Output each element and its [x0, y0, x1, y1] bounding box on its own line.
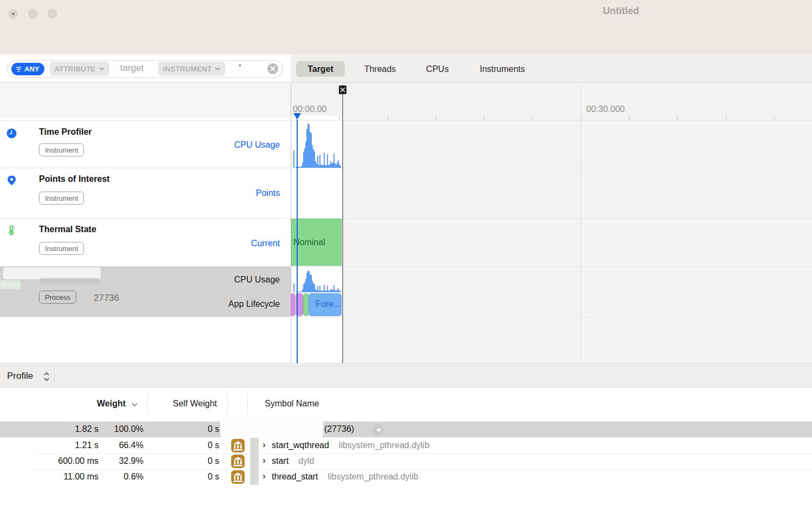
ruler-label-30s: 00:30.000 [586, 104, 625, 114]
process-cpu-usage-chart[interactable] [291, 270, 342, 292]
disclosure-chevron-icon[interactable]: › [263, 471, 266, 482]
library-icon [231, 470, 245, 484]
clear-filter-icon[interactable] [267, 63, 278, 74]
self-weight-value: 0 s [208, 424, 219, 434]
track-title: Points of Interest [39, 174, 110, 184]
self-weight-value: 0 s [208, 441, 219, 450]
column-divider[interactable] [147, 392, 148, 415]
weight-percent: 32.9% [119, 456, 143, 466]
lifecycle-segment-label: Fore... [316, 299, 340, 309]
ruler-tick [677, 116, 678, 120]
filter-instrument-label: INSTRUMENT [163, 65, 212, 73]
tab-target[interactable]: Target [296, 61, 345, 77]
column-divider[interactable] [227, 392, 228, 415]
timeline-pane: 00:00.00 00:30.000 Time Profiler Instrum… [0, 83, 812, 364]
ruler-tick [339, 116, 339, 120]
window-title: Untitled [486, 5, 756, 17]
filter-any-label: ANY [24, 65, 39, 73]
thermal-state-nominal-block[interactable]: Nominal [291, 219, 342, 266]
thermometer-icon [6, 225, 17, 235]
track-filter-field[interactable] [7, 60, 283, 78]
filter-target-value[interactable]: target [120, 63, 143, 74]
library-icon [231, 439, 245, 452]
track-stat-label[interactable]: App Lifecycle [0, 299, 280, 309]
filter-instrument-token[interactable]: INSTRUMENT [158, 62, 225, 76]
track-points-of-interest[interactable]: Points of Interest Instrument Points [0, 168, 291, 218]
disclosure-chevron-icon[interactable]: › [263, 455, 266, 466]
zoom-button[interactable] [48, 9, 57, 18]
track-stat-label[interactable]: CPU Usage [0, 140, 280, 150]
column-header-self-weight[interactable]: Self Weight [158, 399, 232, 409]
instruments-window: Untitled iPhone-opay (15.2.1) › Run 1 of… [0, 0, 812, 532]
title-bar: Untitled [0, 0, 812, 26]
tab-instruments[interactable]: Instruments [467, 61, 538, 77]
gridline-30s [581, 86, 581, 363]
toolbar: iPhone-opay (15.2.1) › Run 1 of 1 | 00:0… [0, 26, 812, 54]
filter-wildcard: * [238, 63, 241, 73]
column-header-weight[interactable]: Weight [0, 399, 126, 409]
ruler-tick [388, 116, 388, 120]
library-name: dyld [298, 456, 314, 465]
updown-chevron-icon[interactable] [43, 371, 50, 382]
chart-bar [340, 291, 341, 292]
filter-attribute-label: ATTRIBUTE [55, 65, 96, 73]
call-tree-header: Weight Self Weight Symbol Name [0, 387, 812, 420]
pane-selector[interactable]: Profile [7, 371, 33, 382]
weight-value: 600.00 ms [58, 456, 99, 466]
library-icon [231, 455, 245, 468]
weight-value: 1.21 s [75, 441, 99, 450]
track-stat-label[interactable]: CPU Usage [0, 275, 280, 285]
pin-icon [6, 175, 17, 186]
track-process-selected[interactable]: Process 27736 CPU Usage App Lifecycle [0, 266, 291, 317]
lifecycle-segment[interactable]: Fore... [309, 293, 342, 316]
lifecycle-segment[interactable] [291, 293, 295, 316]
filter-attribute-token[interactable]: ATTRIBUTE [50, 62, 109, 76]
symbol-name: startdyld [272, 456, 314, 466]
tab-threads[interactable]: Threads [352, 61, 408, 77]
indent-guide [250, 469, 259, 485]
ruler-tick [581, 116, 581, 120]
ruler-background [0, 83, 291, 118]
ruler-tick [532, 116, 533, 120]
track-time-profiler[interactable]: Time Profiler Instrument CPU Usage [0, 121, 291, 168]
weight-value: 1.82 s [75, 424, 99, 434]
weight-percent: 66.4% [119, 441, 143, 450]
weight-value: 11.00 ms [63, 472, 99, 482]
tab-cpus[interactable]: CPUs [417, 61, 458, 77]
weight-percent: 100.0% [114, 424, 143, 434]
cpu-usage-chart[interactable] [291, 123, 342, 168]
symbol-name: (27736) [324, 424, 354, 434]
close-button[interactable] [9, 9, 18, 18]
self-weight-value: 0 s [208, 456, 219, 466]
inspection-head-marker[interactable] [293, 113, 301, 120]
table-row[interactable]: 1.21 s 66.4% 0 s › start_wqthreadlibsyst… [0, 438, 812, 454]
track-thermal-state[interactable]: Thermal State Instrument Current [0, 219, 291, 266]
disclosure-chevron-icon[interactable]: › [263, 439, 266, 450]
track-title: Time Profiler [39, 127, 92, 137]
column-header-symbol-name[interactable]: Symbol Name [265, 399, 319, 409]
inspection-head-line[interactable] [297, 120, 298, 363]
row-divider [0, 317, 812, 317]
thermal-state-value: Nominal [293, 238, 325, 247]
redacted-process-symbol [220, 416, 323, 437]
table-row[interactable]: 11.00 ms 0.6% 0 s › thread_startlibsyste… [0, 469, 812, 485]
recording-end-line [342, 85, 343, 363]
timeline-plot-background [291, 83, 812, 363]
ruler-tick [484, 116, 484, 120]
filter-any-token[interactable]: ANY [11, 63, 44, 75]
table-row[interactable]: 600.00 ms 32.9% 0 s › startdyld [0, 454, 812, 469]
chart-bar [293, 284, 294, 292]
track-stat-label[interactable]: Current [0, 239, 280, 248]
ruler-tick [726, 116, 726, 120]
track-stat-label[interactable]: Points [0, 188, 280, 198]
minimize-button[interactable] [28, 9, 37, 18]
track-title: Thermal State [39, 225, 96, 234]
ruler-tick [629, 116, 630, 120]
focus-arrow-icon[interactable] [372, 424, 384, 436]
library-name: libsystem_pthread.dylib [339, 441, 429, 450]
filter-flag-icon[interactable] [339, 86, 346, 94]
chevron-down-icon [215, 67, 220, 70]
weight-percent: 0.6% [124, 472, 143, 482]
table-row[interactable]: 1.82 s 100.0% 0 s (27736) [0, 422, 812, 437]
column-divider[interactable] [247, 392, 248, 415]
